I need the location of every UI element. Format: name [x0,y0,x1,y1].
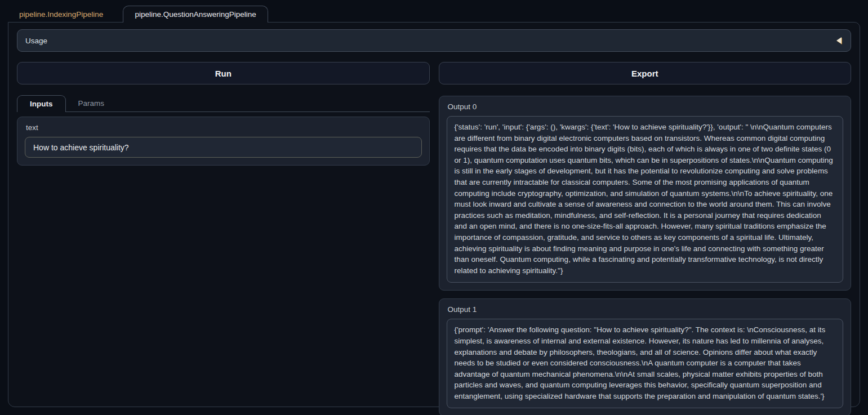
tab-indexing-pipeline[interactable]: pipeline.IndexingPipeline [8,6,114,22]
text-field-label: text [26,123,422,132]
output-1-textbox[interactable]: {'prompt': 'Answer the following questio… [447,319,844,408]
tab-inputs[interactable]: Inputs [17,95,66,112]
usage-accordion-label: Usage [25,37,47,45]
tab-params[interactable]: Params [66,95,117,111]
output-0-textbox[interactable]: {'status': 'run', 'input': {'args': (), … [447,116,844,283]
output-0-card: Output 0 {'status': 'run', 'input': {'ar… [439,96,852,291]
pipeline-tabbar: pipeline.IndexingPipeline pipeline.Quest… [0,0,868,22]
usage-accordion-header[interactable]: Usage [17,29,851,52]
inputs-params-tabbar: Inputs Params [17,95,430,112]
text-input-card: text [17,117,430,166]
tab-question-answering-pipeline[interactable]: pipeline.QuestionAnsweringPipeline [123,6,268,23]
page: { "top_tabs": [ { "label": "pipeline.Ind… [0,0,868,415]
output-1-card: Output 1 {'prompt': 'Answer the followin… [439,298,852,415]
run-column: Run Inputs Params text [17,62,430,415]
run-button[interactable]: Run [17,62,430,84]
text-input[interactable] [25,137,422,158]
pipeline-panel: Usage Run Inputs Params text Export Outp… [8,22,860,407]
main-columns: Run Inputs Params text Export Output 0 {… [17,62,851,415]
export-button[interactable]: Export [439,62,852,84]
accordion-collapse-icon [836,37,842,44]
output-0-label: Output 0 [448,102,844,111]
output-1-label: Output 1 [448,305,844,314]
export-column: Export Output 0 {'status': 'run', 'input… [439,62,852,415]
